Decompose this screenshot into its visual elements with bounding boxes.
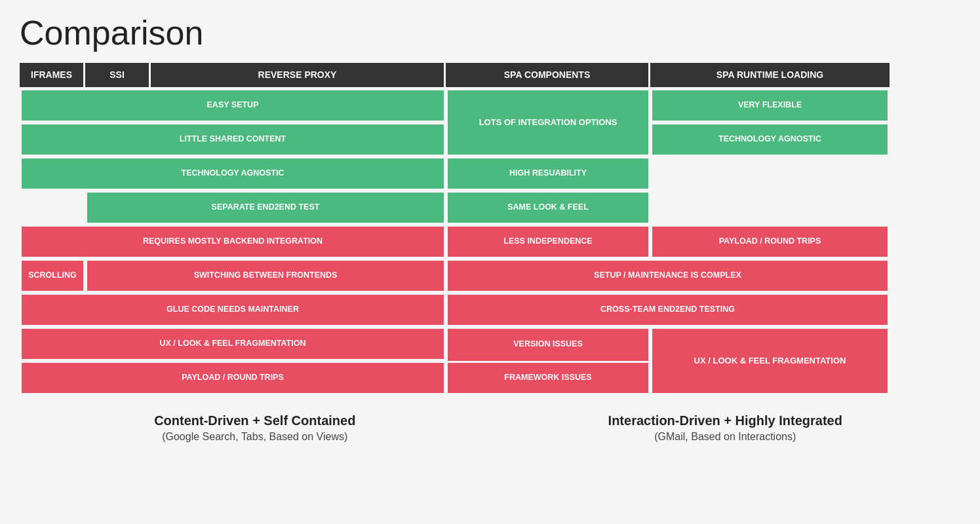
footer-left-sub: (Google Search, Tabs, Based on Views) — [20, 431, 490, 443]
badge-ux-fragmentation-left: UX / LOOK & FEEL FRAGMENTATION — [22, 329, 444, 359]
footer-left-title: Content-Driven + Self Contained — [20, 413, 490, 428]
col-header-runtime: SPA RUNTIME LOADING — [650, 63, 890, 87]
badge-tech-agnostic-runtime: TECHNOLOGY AGNOSTIC — [652, 124, 888, 155]
col-header-iframes: IFRAMES — [20, 63, 85, 87]
badge-high-resuability: HIGH RESUABILITY — [448, 159, 648, 189]
badge-very-flexible: VERY FLEXIBLE — [652, 90, 888, 121]
badge-requires-backend: REQUIRES MOSTLY BACKEND INTEGRATION — [22, 227, 444, 257]
badge-same-look-feel: SAME LOOK & FEEL — [448, 193, 648, 223]
page-title: Comparison — [20, 13, 960, 52]
badge-lots-integration: LOTS OF INTEGRATION OPTIONS — [448, 90, 648, 155]
badge-separate-end2end: SEPARATE END2END TEST — [87, 193, 444, 223]
badge-switching-frontends: SWITCHING BETWEEN FRONTENDS — [87, 261, 444, 291]
table-row: REQUIRES MOSTLY BACKEND INTEGRATION LESS… — [20, 225, 960, 259]
badge-little-shared: LITTLE SHARED CONTENT — [22, 124, 444, 155]
footer: Content-Driven + Self Contained (Google … — [20, 413, 960, 443]
badge-setup-maintenance: SETUP / MAINTENANCE IS COMPLEX — [448, 261, 888, 291]
badge-tech-agnostic-rp: TECHNOLOGY AGNOSTIC — [22, 159, 444, 189]
badge-cross-team: CROSS-TEAM END2END TESTING — [448, 295, 888, 325]
column-headers: IFRAMES SSI REVERSE PROXY SPA COMPONENTS… — [20, 63, 960, 88]
col-header-ssi: SSI — [85, 63, 151, 87]
table-row: TECHNOLOGY AGNOSTIC HIGH RESUABILITY — [20, 157, 960, 191]
footer-right-sub: (GMail, Based on Interactions) — [490, 431, 961, 443]
table-row: SCROLLING SWITCHING BETWEEN FRONTENDS SE… — [20, 259, 960, 293]
badge-framework-issues: FRAMEWORK ISSUES — [448, 363, 648, 393]
col-header-spa: SPA COMPONENTS — [446, 63, 650, 87]
comparison-table: IFRAMES SSI REVERSE PROXY SPA COMPONENTS… — [20, 63, 960, 395]
footer-right-title: Interaction-Driven + Highly Integrated — [490, 413, 961, 428]
col-header-rp: REVERSE PROXY — [151, 63, 446, 87]
badge-payload-roundtrips-left: PAYLOAD / ROUND TRIPS — [22, 363, 444, 393]
table-row: GLUE CODE NEEDS MAINTAINER CROSS-TEAM EN… — [20, 293, 960, 327]
badge-easy-setup: EASY SETUP — [22, 90, 444, 121]
badge-glue-code: GLUE CODE NEEDS MAINTAINER — [22, 295, 444, 325]
table-row: SEPARATE END2END TEST SAME LOOK & FEEL — [20, 191, 960, 225]
badge-scrolling: SCROLLING — [22, 261, 83, 291]
badge-ux-fragmentation-runtime: UX / LOOK & FEEL FRAGMENTATION — [652, 329, 888, 393]
badge-less-independence: LESS INDEPENDENCE — [448, 227, 648, 257]
badge-version-issues: VERSION ISSUES — [448, 329, 648, 361]
footer-left: Content-Driven + Self Contained (Google … — [20, 413, 490, 443]
badge-payload-roundtrips-runtime: PAYLOAD / ROUND TRIPS — [652, 227, 888, 257]
footer-right: Interaction-Driven + Highly Integrated (… — [490, 413, 961, 443]
